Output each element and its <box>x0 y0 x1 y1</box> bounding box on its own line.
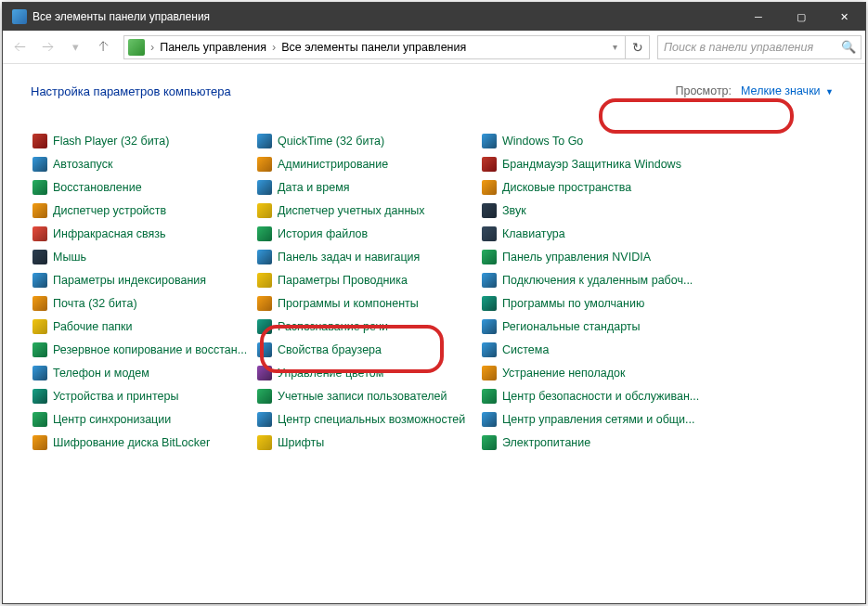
control-panel-item[interactable]: Рабочие папки <box>31 315 252 338</box>
control-panel-item[interactable]: Шрифты <box>255 431 476 454</box>
control-panel-item[interactable]: Свойства браузера <box>255 338 476 361</box>
forward-button[interactable]: 🡢 <box>34 34 60 60</box>
flash-icon <box>32 134 47 148</box>
control-panel-item[interactable]: Flash Player (32 бита) <box>31 129 252 152</box>
refresh-button[interactable]: ↻ <box>625 36 649 58</box>
control-panel-item[interactable]: Телефон и модем <box>31 361 252 384</box>
autoplay-icon <box>32 157 47 172</box>
item-label: Клавиатура <box>502 227 565 240</box>
minimize-button[interactable]: ─ <box>737 3 780 31</box>
quicktime-icon <box>257 134 272 148</box>
phone-modem-icon <box>32 366 47 380</box>
search-box[interactable]: 🔍 <box>657 35 862 59</box>
control-panel-item[interactable]: Windows To Go <box>480 129 701 152</box>
mouse-icon <box>32 250 47 264</box>
item-label: Звук <box>502 204 526 217</box>
control-panel-item[interactable]: Учетные записи пользователей <box>255 384 476 407</box>
item-label: Свойства браузера <box>278 343 382 356</box>
item-label: Центр специальных возможностей <box>278 413 465 426</box>
control-panel-item[interactable]: Система <box>480 338 701 361</box>
item-label: Windows To Go <box>502 135 583 148</box>
address-history-button[interactable]: ▾ <box>604 34 625 60</box>
chevron-right-icon[interactable]: › <box>149 41 156 54</box>
control-panel-item[interactable]: Диспетчер устройств <box>31 199 252 222</box>
control-panel-item[interactable]: Центр безопасности и обслуживан... <box>480 384 701 407</box>
address-bar[interactable]: › Панель управления › Все элементы панел… <box>123 35 650 59</box>
speech-icon <box>257 319 272 334</box>
search-input[interactable] <box>658 41 836 54</box>
control-panel-item[interactable]: Мышь <box>31 245 252 268</box>
taskbar-icon <box>257 250 272 264</box>
window-title: Все элементы панели управления <box>32 10 737 23</box>
item-label: Центр управления сетями и общи... <box>502 413 694 426</box>
control-panel-item[interactable]: Резервное копирование и восстан... <box>31 338 252 361</box>
item-label: Брандмауэр Защитника Windows <box>502 158 681 171</box>
control-panel-item[interactable]: Программы и компоненты <box>255 291 476 315</box>
control-panel-item[interactable]: Подключения к удаленным рабоч... <box>480 268 701 291</box>
control-panel-item[interactable]: Центр управления сетями и общи... <box>480 407 701 431</box>
close-button[interactable]: ✕ <box>823 3 865 31</box>
recent-locations-button[interactable]: ▾ <box>62 34 88 60</box>
control-panel-item[interactable]: История файлов <box>255 222 476 245</box>
item-label: Устройства и принтеры <box>53 390 178 403</box>
control-panel-item[interactable]: Устройства и принтеры <box>31 384 252 407</box>
control-panel-item[interactable]: Клавиатура <box>480 222 701 245</box>
breadcrumb-current[interactable]: Все элементы панели управления <box>278 41 470 54</box>
storage-spaces-icon <box>482 180 497 195</box>
control-panel-item[interactable]: Центр синхронизации <box>31 407 252 431</box>
control-panel-item[interactable]: Дата и время <box>255 175 476 199</box>
troubleshooting-icon <box>482 366 497 380</box>
item-label: Электропитание <box>502 436 590 449</box>
recovery-icon <box>32 180 47 195</box>
control-panel-item[interactable]: Администрирование <box>255 152 476 175</box>
back-button[interactable]: 🡠 <box>6 34 32 60</box>
programs-features-icon <box>257 296 272 311</box>
control-panel-item[interactable]: Распознавание речи <box>255 315 476 338</box>
control-panel-item[interactable]: Шифрование диска BitLocker <box>31 431 252 454</box>
control-panel-item[interactable]: QuickTime (32 бита) <box>255 129 476 152</box>
maximize-button[interactable]: ▢ <box>780 3 823 31</box>
control-panel-item[interactable]: Устранение неполадок <box>480 361 701 384</box>
credential-manager-icon <box>257 203 272 218</box>
search-icon[interactable]: 🔍 <box>836 40 861 54</box>
control-panel-item[interactable]: Панель управления NVIDIA <box>480 245 701 268</box>
item-label: QuickTime (32 бита) <box>278 135 384 148</box>
color-management-icon <box>257 366 272 380</box>
firewall-icon <box>482 157 497 172</box>
view-selector[interactable]: Просмотр: Мелкие значки ▼ <box>660 81 849 101</box>
sync-center-icon <box>32 412 47 427</box>
control-panel-item[interactable]: Автозапуск <box>31 152 252 175</box>
chevron-right-icon[interactable]: › <box>270 41 278 54</box>
item-label: Телефон и модем <box>53 367 149 380</box>
control-panel-item[interactable]: Региональные стандарты <box>480 315 701 338</box>
ease-of-access-icon <box>257 412 272 427</box>
control-panel-item[interactable]: Управление цветом <box>255 361 476 384</box>
security-maintenance-icon <box>482 389 497 404</box>
control-panel-item[interactable]: Инфракрасная связь <box>31 222 252 245</box>
control-panel-item[interactable]: Диспетчер учетных данных <box>255 199 476 222</box>
control-panel-item[interactable]: Звук <box>480 199 701 222</box>
item-label: Распознавание речи <box>278 320 388 333</box>
titlebar[interactable]: Все элементы панели управления ─ ▢ ✕ <box>3 3 865 31</box>
windows-to-go-icon <box>482 134 497 148</box>
keyboard-icon <box>482 226 497 241</box>
item-label: Центр синхронизации <box>53 413 171 426</box>
control-panel-item[interactable]: Почта (32 бита) <box>31 291 252 315</box>
page-title: Настройка параметров компьютера <box>31 84 660 98</box>
view-value[interactable]: Мелкие значки ▼ <box>741 84 834 97</box>
control-panel-item[interactable]: Брандмауэр Защитника Windows <box>480 152 701 175</box>
control-panel-item[interactable]: Программы по умолчанию <box>480 291 701 315</box>
up-button[interactable]: 🡡 <box>90 34 116 60</box>
control-panel-item[interactable]: Восстановление <box>31 175 252 199</box>
item-label: История файлов <box>278 227 368 240</box>
control-panel-item[interactable]: Электропитание <box>480 431 701 454</box>
breadcrumb-root[interactable]: Панель управления <box>156 41 270 54</box>
fonts-icon <box>257 435 272 450</box>
control-panel-item[interactable]: Панель задач и навигация <box>255 245 476 268</box>
control-panel-item[interactable]: Дисковые пространства <box>480 175 701 199</box>
user-accounts-icon <box>257 389 272 404</box>
control-panel-item[interactable]: Центр специальных возможностей <box>255 407 476 431</box>
control-panel-item[interactable]: Параметры индексирования <box>31 268 252 291</box>
indexing-icon <box>32 273 47 288</box>
control-panel-item[interactable]: Параметры Проводника <box>255 268 476 291</box>
